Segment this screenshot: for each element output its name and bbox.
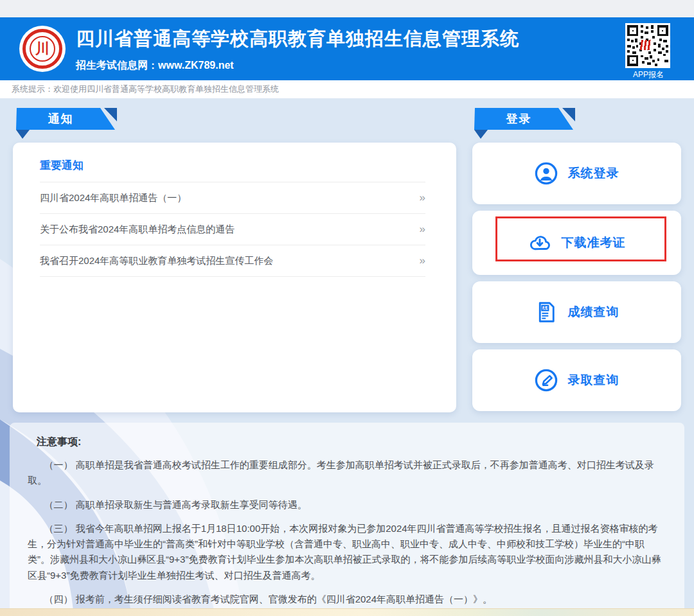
site-subtitle: 招生考试信息网：www.ZK789.net bbox=[76, 59, 519, 73]
browser-top-strip bbox=[0, 0, 694, 17]
site-header: 川 四川省普通高等学校高职教育单独招生信息管理系统 招生考试信息网：www.ZK… bbox=[0, 17, 694, 80]
site-title: 四川省普通高等学校高职教育单独招生信息管理系统 bbox=[76, 26, 519, 52]
system-login-button[interactable]: 系统登录 bbox=[472, 143, 681, 204]
download-admission-ticket-label: 下载准考证 bbox=[562, 234, 626, 251]
notice-list-item[interactable]: 我省召开2024年高等职业教育单独考试招生宣传工作会 » bbox=[40, 245, 425, 277]
admission-query-label: 录取查询 bbox=[568, 372, 619, 389]
tab-notice[interactable]: 通知 bbox=[14, 108, 122, 141]
score-document-icon: A+ bbox=[535, 301, 558, 324]
chevron-right-icon: » bbox=[420, 191, 425, 204]
notice-title: 我省召开2024年高等职业教育单独考试招生宣传工作会 bbox=[40, 255, 273, 267]
system-prompt-text: 系统提示：欢迎使用四川省普通高等学校高职教育单独招生信息管理系统 bbox=[12, 84, 279, 95]
tab-login[interactable]: 登录 bbox=[472, 108, 580, 141]
page-root: 川 四川省普通高等学校高职教育单独招生信息管理系统 招生考试信息网：www.ZK… bbox=[0, 0, 694, 616]
system-prompt-bar: 系统提示：欢迎使用四川省普通高等学校高职教育单独招生信息管理系统 bbox=[0, 80, 694, 98]
notice-title: 关于公布我省2024年高职单招考点信息的通告 bbox=[40, 224, 235, 236]
notes-section: 注意事项: （一） 高职单招是我省普通高校考试招生工作的重要组成部分。考生参加高… bbox=[10, 423, 684, 616]
notes-paragraph-2: （二） 高职单招录取新生与普通高考录取新生享受同等待遇。 bbox=[28, 497, 665, 513]
notes-paragraph-3: （三） 我省今年高职单招网上报名于1月18日10:00开始，本次网报对象为已参加… bbox=[28, 521, 665, 583]
tab-login-label: 登录 bbox=[472, 111, 565, 127]
notice-heading: 重要通知 bbox=[40, 158, 425, 182]
seal-glyph: 川 bbox=[30, 36, 55, 62]
notes-heading: 注意事项: bbox=[37, 436, 665, 449]
score-query-label: 成绩查询 bbox=[568, 304, 619, 321]
chevron-right-icon: » bbox=[420, 254, 425, 267]
system-login-label: 系统登录 bbox=[568, 165, 619, 182]
notes-paragraph-1: （一） 高职单招是我省普通高校考试招生工作的重要组成部分。考生参加高职单招考试并… bbox=[28, 457, 665, 489]
bottom-cream-strip bbox=[0, 608, 694, 616]
qr-pattern bbox=[627, 25, 668, 66]
notice-panel: 重要通知 四川省2024年高职单招通告（一） » 关于公布我省2024年高职单招… bbox=[13, 143, 456, 412]
qr-caption: APP报名 bbox=[625, 69, 672, 80]
notice-title: 四川省2024年高职单招通告（一） bbox=[40, 192, 186, 204]
download-admission-ticket-button[interactable]: 下载准考证 bbox=[472, 211, 681, 275]
edit-circle-icon bbox=[535, 369, 558, 392]
user-circle-icon bbox=[535, 162, 558, 185]
tab-notice-label: 通知 bbox=[14, 111, 107, 127]
svg-text:A+: A+ bbox=[542, 306, 548, 310]
sichuan-seal-logo: 川 bbox=[19, 26, 66, 72]
notice-list-item[interactable]: 四川省2024年高职单招通告（一） » bbox=[40, 182, 425, 214]
notice-list-item[interactable]: 关于公布我省2024年高职单招考点信息的通告 » bbox=[40, 214, 425, 245]
app-qr-block: APP报名 bbox=[625, 23, 672, 80]
notes-paragraph-4: （四） 报考前，考生须仔细阅读省教育考试院官网、官微发布的《四川省2024年高职… bbox=[28, 592, 665, 607]
score-query-button[interactable]: A+ 成绩查询 bbox=[472, 281, 681, 343]
cloud-download-icon bbox=[528, 231, 551, 254]
chevron-right-icon: » bbox=[420, 223, 425, 236]
qr-code bbox=[625, 23, 670, 68]
admission-query-button[interactable]: 录取查询 bbox=[472, 349, 681, 411]
